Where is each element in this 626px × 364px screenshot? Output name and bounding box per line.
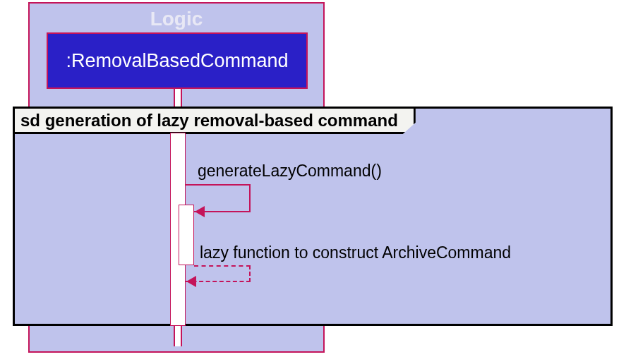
participant-removal-based-command: :RemovalBasedCommand	[47, 32, 308, 89]
return-message-line	[249, 265, 251, 282]
arrowhead-icon	[195, 206, 205, 217]
box-title: Logic	[30, 8, 323, 30]
arrowhead-icon	[186, 276, 196, 287]
activation-bar-inner	[179, 205, 194, 265]
sequence-diagram: Logic :RemovalBasedCommand sd generation…	[0, 0, 626, 364]
sd-frame-title: sd generation of lazy removal-based comm…	[15, 109, 416, 134]
participant-label: :RemovalBasedCommand	[66, 50, 288, 72]
message-generate-lazy-command: generateLazyCommand()	[198, 162, 382, 181]
return-message-line	[194, 265, 251, 267]
self-message-line	[186, 184, 251, 186]
sd-frame: sd generation of lazy removal-based comm…	[13, 107, 613, 326]
message-return-lazy-function: lazy function to construct ArchiveComman…	[200, 243, 511, 262]
self-message-line	[249, 184, 251, 212]
